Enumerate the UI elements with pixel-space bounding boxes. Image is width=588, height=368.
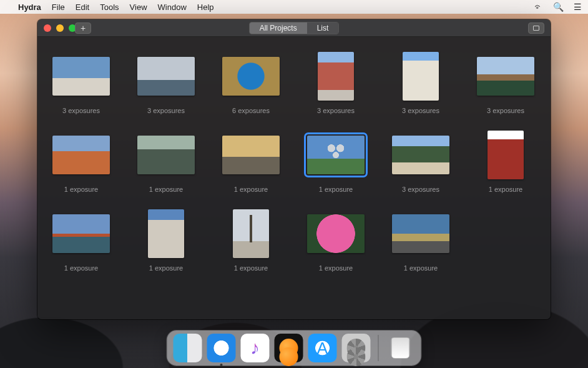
dock-appstore[interactable]: A — [308, 334, 337, 362]
menu-view[interactable]: View — [130, 2, 147, 12]
dock-trash[interactable] — [386, 334, 415, 362]
project-caption: 3 exposures — [135, 107, 197, 114]
menu-edit[interactable]: Edit — [76, 2, 89, 12]
project-nest[interactable]: 6 exposures — [220, 51, 282, 114]
appstore-icon: A — [317, 339, 328, 358]
project-thumbnail — [233, 209, 269, 258]
project-thumbnail — [307, 214, 365, 253]
project-thumbnail — [148, 209, 184, 258]
tab-all-projects[interactable]: All Projects — [250, 22, 307, 34]
project-flowers[interactable]: 1 exposure — [305, 208, 367, 272]
project-belltower[interactable]: 3 exposures — [390, 51, 452, 114]
project-baybridge[interactable]: 3 exposures — [135, 51, 197, 114]
project-thumbnail — [52, 57, 110, 96]
wifi-icon[interactable]: ᯤ — [534, 2, 543, 12]
traffic-lights — [44, 24, 76, 32]
project-caption: 3 exposures — [390, 107, 452, 114]
project-eiffel[interactable]: 1 exposure — [220, 208, 282, 272]
project-caption: 3 exposures — [305, 107, 367, 114]
notifications-icon[interactable]: ☰ — [574, 2, 582, 12]
app-window: + All Projects List 3 exposures3 exposur… — [37, 19, 551, 319]
running-indicator — [347, 347, 366, 366]
dock-itunes[interactable]: ♪ — [241, 334, 270, 362]
project-thumbnail — [52, 136, 110, 174]
dock-separator — [378, 335, 379, 361]
project-thumbnail — [318, 52, 354, 101]
dock-sysprefs[interactable] — [342, 334, 371, 362]
project-palace[interactable]: 3 exposures — [474, 51, 537, 114]
new-project-button[interactable]: + — [75, 22, 91, 34]
project-caption: 1 exposure — [50, 264, 112, 272]
running-indicator — [280, 347, 298, 366]
menubar-app-name[interactable]: Hydra — [18, 2, 41, 12]
running-indicator — [220, 364, 223, 366]
fullscreen-icon — [533, 26, 539, 31]
dock-finder[interactable] — [174, 334, 202, 362]
project-thumbnail — [52, 214, 110, 253]
dock-hydra[interactable] — [275, 334, 303, 362]
project-thumbnail — [222, 57, 280, 96]
project-redrocks[interactable]: 1 exposure — [50, 129, 112, 193]
project-thumbnail — [488, 131, 524, 179]
project-thumbnail — [137, 136, 195, 174]
project-brick-bldg[interactable]: 3 exposures — [305, 51, 367, 114]
project-caption: 1 exposure — [50, 186, 112, 193]
project-caption: 1 exposure — [135, 186, 197, 193]
project-church[interactable]: 3 exposures — [390, 129, 452, 193]
project-highway-sun[interactable]: 1 exposure — [220, 129, 282, 193]
project-caption: 6 exposures — [220, 107, 282, 114]
trash-icon — [391, 337, 410, 359]
project-thumbnail — [137, 57, 195, 96]
fullscreen-button[interactable] — [528, 22, 544, 34]
project-caption: 1 exposure — [390, 264, 452, 272]
project-apple-cube[interactable]: 1 exposure — [474, 129, 537, 193]
project-valley[interactable]: 1 exposure — [135, 129, 197, 193]
project-atomium[interactable]: 1 exposure — [305, 129, 367, 193]
project-thumbnail — [222, 136, 280, 174]
project-caption: 1 exposure — [305, 186, 367, 193]
view-mode-segment: All Projects List — [249, 22, 340, 34]
menu-window[interactable]: Window — [158, 2, 187, 12]
menu-help[interactable]: Help — [197, 2, 214, 12]
project-highway[interactable]: 1 exposure — [390, 208, 452, 272]
project-thumbnail — [307, 136, 365, 174]
menu-tools[interactable]: Tools — [100, 2, 119, 12]
project-caption: 3 exposures — [474, 107, 537, 114]
menubar: Hydra File Edit Tools View Window Help ᯤ… — [0, 0, 588, 14]
window-minimize-button[interactable] — [56, 24, 64, 32]
project-caption: 1 exposure — [305, 264, 367, 272]
project-caption: 1 exposure — [474, 186, 537, 193]
project-clocktower[interactable]: 3 exposures — [50, 51, 112, 114]
itunes-icon: ♪ — [250, 337, 260, 359]
project-thumbnail — [392, 214, 449, 253]
project-thumbnail — [403, 52, 439, 101]
project-caption: 1 exposure — [135, 264, 197, 272]
project-colonnade[interactable]: 1 exposure — [135, 208, 197, 272]
project-goldengate[interactable]: 1 exposure — [50, 208, 112, 272]
spotlight-icon[interactable]: 🔍 — [553, 2, 564, 12]
project-caption: 1 exposure — [220, 264, 282, 272]
project-caption: 3 exposures — [50, 107, 112, 114]
dock-safari[interactable] — [207, 334, 236, 362]
project-caption: 3 exposures — [390, 186, 452, 193]
tab-list[interactable]: List — [307, 22, 339, 34]
project-thumbnail — [392, 136, 449, 174]
project-thumbnail — [477, 57, 534, 96]
dock: ♪A — [167, 331, 421, 366]
project-caption: 1 exposure — [220, 186, 282, 193]
titlebar: + All Projects List — [37, 19, 551, 37]
project-gallery: 3 exposures3 exposures6 exposures3 expos… — [37, 37, 551, 291]
menu-file[interactable]: File — [52, 2, 65, 12]
window-close-button[interactable] — [44, 24, 51, 32]
